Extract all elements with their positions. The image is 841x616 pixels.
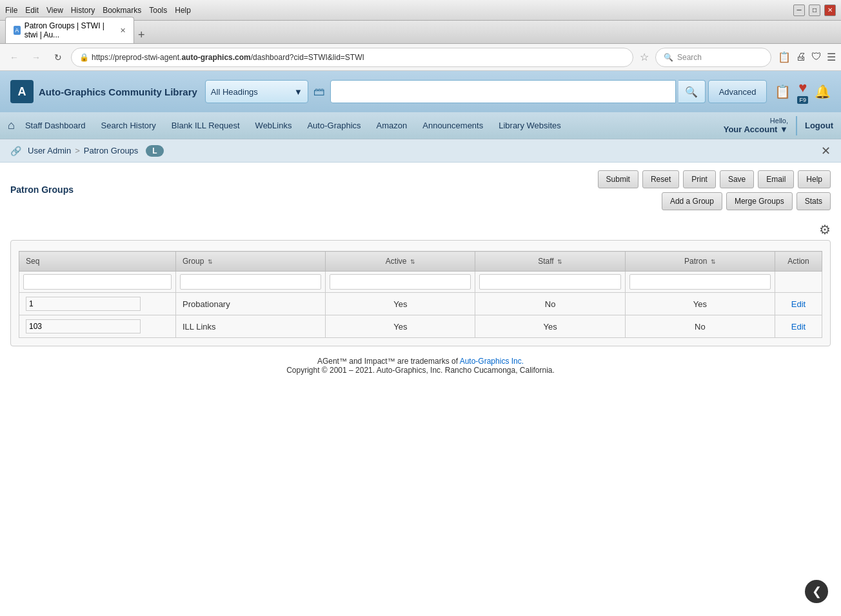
active-tab[interactable]: A Patron Groups | STWI | stwi | Au... ✕ (5, 17, 134, 43)
footer-trademark-text: AGent™ and Impact™ are trademarks of (317, 357, 460, 366)
row2-active-value: Yes (393, 322, 407, 332)
settings-icon[interactable]: ⚙ (819, 222, 831, 237)
row1-staff-value: No (545, 299, 556, 309)
reset-button[interactable]: Reset (642, 170, 679, 188)
browser-menu[interactable]: File Edit View History Bookmarks Tools H… (5, 6, 191, 15)
favorites-container[interactable]: ♥ F9 (797, 79, 808, 104)
list-icon-container[interactable]: 📋 (775, 84, 791, 99)
menu-bookmarks[interactable]: Bookmarks (103, 6, 141, 15)
row1-edit-link[interactable]: Edit (791, 299, 806, 309)
filter-seq-cell (19, 272, 176, 293)
menu-view[interactable]: View (46, 6, 63, 15)
footer: AGent™ and Impact™ are trademarks of Aut… (10, 346, 831, 385)
nav-search-history[interactable]: Search History (94, 112, 164, 139)
menu-file[interactable]: File (5, 6, 17, 15)
logout-button[interactable]: Logout (796, 116, 833, 135)
help-button[interactable]: Help (798, 170, 831, 188)
advanced-search-button[interactable]: Advanced (708, 80, 767, 103)
close-breadcrumb-button[interactable]: ✕ (821, 144, 831, 158)
save-button[interactable]: Save (720, 170, 754, 188)
menu-help[interactable]: Help (175, 6, 191, 15)
row2-edit-link[interactable]: Edit (791, 322, 806, 332)
browser-window-controls[interactable]: ─ □ ✕ (793, 5, 836, 16)
add-group-button[interactable]: Add a Group (662, 192, 722, 210)
maximize-button[interactable]: □ (809, 5, 820, 16)
filter-patron-input[interactable] (629, 274, 771, 290)
headings-dropdown[interactable]: All Headings ▼ (205, 80, 308, 103)
account-label: Your Account (724, 124, 778, 134)
row2-seq-input[interactable] (26, 319, 141, 333)
url-prefix: https://preprod-stwi-agent. (92, 53, 181, 62)
forward-nav-button[interactable]: → (27, 48, 45, 66)
filter-group-cell (175, 272, 325, 293)
breadcrumb-user-admin[interactable]: User Admin (28, 146, 71, 155)
filter-group-input[interactable] (180, 274, 321, 290)
minimize-button[interactable]: ─ (793, 5, 805, 16)
footer-trademark-link[interactable]: Auto-Graphics Inc. (460, 357, 524, 366)
table-container: Seq Group ⇅ Active ⇅ Staff ⇅ (10, 240, 831, 346)
menu-icon[interactable]: ☰ (827, 51, 836, 63)
active-sort-icon[interactable]: ⇅ (410, 259, 415, 265)
group-sort-icon[interactable]: ⇅ (208, 259, 213, 265)
col-staff: Staff ⇅ (475, 252, 625, 272)
nav-auto-graphics[interactable]: Auto-Graphics (299, 112, 368, 139)
app-header: A Auto-Graphics Community Library All He… (0, 71, 841, 112)
refresh-button[interactable]: ↻ (49, 48, 67, 66)
secure-icon: 🔒 (79, 53, 89, 62)
patron-groups-table: Seq Group ⇅ Active ⇅ Staff ⇅ (19, 251, 822, 338)
tab-bar: A Patron Groups | STWI | stwi | Au... ✕ … (0, 21, 841, 44)
filter-seq-input[interactable] (23, 274, 172, 290)
toolbar-icons: 📋 🖨 🛡 ☰ (778, 51, 836, 63)
search-area: All Headings ▼ 🗃 🔍 Advanced (205, 80, 767, 103)
nav-weblinks[interactable]: WebLinks (248, 112, 300, 139)
staff-sort-icon[interactable]: ⇅ (557, 259, 562, 265)
pocket-icon[interactable]: 📋 (778, 51, 791, 63)
col-group-label: Group (183, 257, 204, 266)
back-nav-button[interactable]: ← (5, 48, 23, 66)
nav-amazon[interactable]: Amazon (369, 112, 415, 139)
filter-active-input[interactable] (330, 274, 471, 290)
dropdown-arrow: ▼ (294, 87, 302, 97)
row1-seq-input[interactable] (26, 297, 141, 311)
menu-tools[interactable]: Tools (149, 6, 167, 15)
browser-search-placeholder: Search (677, 53, 702, 62)
row2-group-cell: ILL Links (175, 315, 325, 338)
footer-line1: AGent™ and Impact™ are trademarks of Aut… (10, 357, 831, 366)
filter-staff-input[interactable] (479, 274, 620, 290)
tab-close-button[interactable]: ✕ (120, 26, 126, 35)
print-button[interactable]: Print (683, 170, 716, 188)
nav-announcements[interactable]: Announcements (415, 112, 491, 139)
col-staff-label: Staff (538, 257, 553, 266)
database-icon[interactable]: 🗃 (313, 85, 325, 99)
stats-button[interactable]: Stats (796, 192, 831, 210)
nav-blank-ill-request[interactable]: Blank ILL Request (164, 112, 248, 139)
app-logo-container: A Auto-Graphics Community Library (10, 80, 197, 103)
submit-button[interactable]: Submit (598, 170, 638, 188)
new-tab-button[interactable]: + (138, 29, 145, 43)
print-icon[interactable]: 🖨 (796, 51, 806, 63)
home-button[interactable]: ⌂ (8, 119, 15, 132)
breadcrumb-patron-groups[interactable]: Patron Groups (84, 146, 139, 155)
nav-staff-dashboard[interactable]: Staff Dashboard (17, 112, 94, 139)
row1-patron-value: Yes (693, 299, 707, 309)
row2-group-value: ILL Links (183, 322, 216, 332)
menu-history[interactable]: History (71, 6, 95, 15)
email-button[interactable]: Email (758, 170, 794, 188)
account-link[interactable]: Your Account ▼ (724, 124, 788, 134)
url-suffix: /dashboard?cid=STWI&lid=STWI (251, 53, 364, 62)
url-bar[interactable]: 🔒 https://preprod-stwi-agent.auto-graphi… (71, 48, 633, 67)
extension-icon[interactable]: 🛡 (811, 51, 822, 63)
col-active-label: Active (386, 257, 407, 266)
browser-search-box[interactable]: 🔍 Search (655, 48, 771, 67)
search-input[interactable] (330, 80, 676, 103)
close-button[interactable]: ✕ (824, 5, 836, 16)
merge-groups-button[interactable]: Merge Groups (726, 192, 793, 210)
search-button[interactable]: 🔍 (678, 80, 706, 103)
patron-sort-icon[interactable]: ⇅ (711, 259, 716, 265)
bell-icon[interactable]: 🔔 (815, 84, 831, 99)
bookmark-icon[interactable]: ☆ (640, 51, 649, 63)
nav-bar: ⌂ Staff Dashboard Search History Blank I… (0, 112, 841, 139)
nav-library-websites[interactable]: Library Websites (491, 112, 569, 139)
menu-edit[interactable]: Edit (25, 6, 39, 15)
logo-letter: A (18, 85, 26, 99)
